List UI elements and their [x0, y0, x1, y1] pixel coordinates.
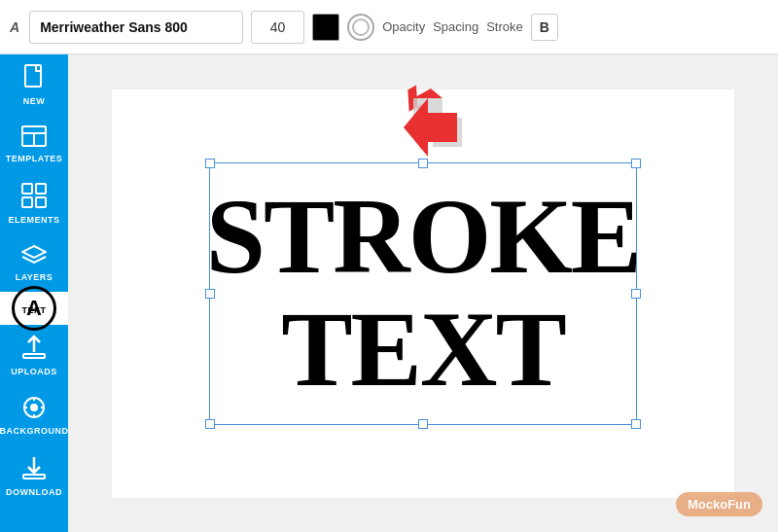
sidebar-item-elements[interactable]: ELEMENTS	[0, 173, 68, 234]
uploads-label: UPLOADS	[11, 367, 57, 376]
background-icon	[22, 396, 46, 423]
sidebar-item-layers[interactable]: LAYERS	[0, 234, 68, 292]
color-picker-fill[interactable]	[312, 14, 339, 41]
canvas-text-line1: STROKE	[206, 181, 640, 294]
mockofun-badge: MockoFun	[676, 492, 762, 516]
font-size-input[interactable]: 40	[251, 11, 304, 44]
elements-icon	[21, 183, 47, 212]
stroke-label[interactable]: Stroke	[486, 19, 523, 34]
background-label: BACKGROUND	[0, 426, 69, 436]
svg-rect-0	[25, 65, 41, 87]
font-type-icon: A	[10, 19, 19, 35]
font-name-selector[interactable]: Merriweather Sans 800	[29, 11, 243, 44]
layers-label: LAYERS	[16, 272, 53, 282]
templates-label: TEMPLATES	[6, 154, 62, 163]
spacing-label[interactable]: Spacing	[433, 19, 478, 34]
handle-bottom-right[interactable]	[631, 419, 641, 429]
svg-point-11	[30, 404, 38, 411]
svg-rect-16	[23, 475, 45, 479]
handle-top-center[interactable]	[418, 159, 428, 168]
handle-bottom-left[interactable]	[205, 419, 215, 429]
handle-top-right[interactable]	[631, 159, 641, 168]
sidebar: NEW TEMPLATES ELEMENTS	[0, 54, 68, 532]
handle-top-left[interactable]	[205, 159, 215, 168]
opacity-label[interactable]: Opacity	[382, 19, 425, 34]
svg-rect-6	[22, 197, 32, 207]
new-icon	[22, 64, 46, 93]
canvas-area[interactable]: STROKE TEXT	[68, 54, 778, 532]
sidebar-item-templates[interactable]: TEMPLATES	[0, 116, 68, 173]
handle-bottom-center[interactable]	[418, 419, 428, 429]
canvas-text[interactable]: STROKE TEXT	[206, 181, 640, 406]
templates-icon	[21, 125, 47, 151]
download-label: DOWNLOAD	[6, 487, 62, 497]
uploads-icon	[22, 335, 46, 364]
bold-button[interactable]: B	[531, 14, 558, 41]
sidebar-item-background[interactable]: BACKGROUND	[0, 386, 68, 445]
toolbar: A Merriweather Sans 800 40 Opacity Spaci…	[0, 0, 778, 54]
sidebar-item-download[interactable]: DOWNLOAD	[0, 445, 68, 507]
new-label: NEW	[23, 96, 46, 106]
download-icon	[22, 455, 46, 484]
sidebar-item-new[interactable]: NEW	[0, 54, 68, 116]
text-icon: A	[26, 296, 42, 321]
svg-rect-9	[23, 354, 45, 358]
svg-rect-7	[36, 197, 46, 207]
svg-rect-5	[36, 184, 46, 194]
svg-rect-4	[22, 184, 32, 194]
elements-label: ELEMENTS	[8, 215, 59, 225]
color-picker-stroke[interactable]	[347, 14, 374, 41]
layers-icon	[21, 244, 47, 269]
sidebar-item-uploads[interactable]: UPLOADS	[0, 325, 68, 386]
canvas-frame: STROKE TEXT	[112, 89, 734, 498]
main-area: NEW TEMPLATES ELEMENTS	[0, 54, 778, 532]
canvas-text-line2: TEXT	[206, 294, 640, 407]
sidebar-item-text[interactable]: A TEXT	[0, 292, 68, 325]
svg-marker-8	[22, 246, 46, 258]
